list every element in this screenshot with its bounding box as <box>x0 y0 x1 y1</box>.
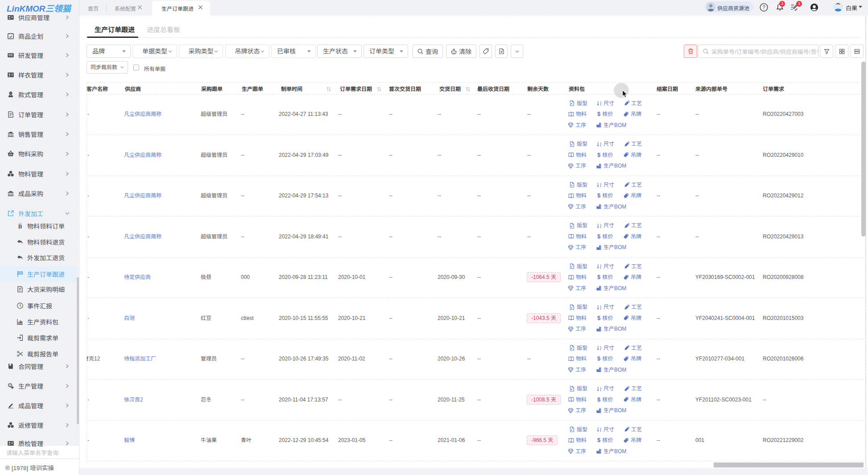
svg-text:?: ? <box>762 4 765 10</box>
